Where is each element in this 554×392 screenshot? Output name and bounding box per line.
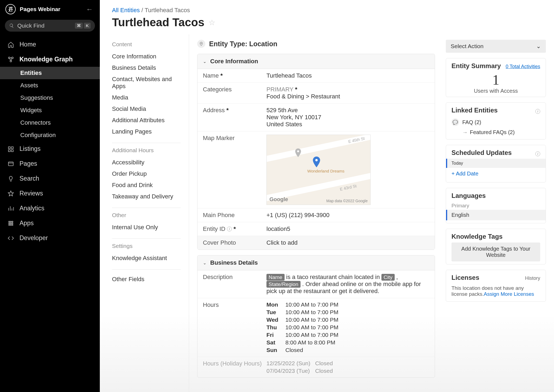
cnav-additional-attributes[interactable]: Additional Attributes <box>112 115 181 126</box>
licenses-history-link[interactable]: History <box>525 275 540 281</box>
favorite-star-icon[interactable]: ☆ <box>209 18 215 27</box>
bulb-icon <box>8 175 14 182</box>
cnav-social-media[interactable]: Social Media <box>112 103 181 115</box>
total-activities-link[interactable]: 0 Total Activities <box>506 64 540 69</box>
svg-point-19 <box>297 150 299 152</box>
linked-entities-card: Linked Entities i 💬 FAQ (2) Featured FAQ… <box>446 102 546 139</box>
sidebar-header: ye XT Pages Webinar ← <box>0 4 100 20</box>
chevron-down-icon: ⌄ <box>203 260 206 265</box>
svg-point-13 <box>12 223 13 224</box>
field-hours[interactable]: Hours Mon10:00 AM to 7:00 PMTue10:00 AM … <box>197 298 435 357</box>
breadcrumb: All Entities / Turtlehead Tacos <box>112 7 542 14</box>
cnav-media[interactable]: Media <box>112 92 181 103</box>
center-panel: Entity Type: Location ⌄ Core Information… <box>189 34 443 392</box>
home-icon <box>8 41 14 48</box>
nav-configuration[interactable]: Configuration <box>0 129 100 141</box>
entity-type-row: Entity Type: Location <box>197 40 435 48</box>
language-english[interactable]: English <box>446 210 546 220</box>
cnav-knowledge-assistant[interactable]: Knowledge Assistant <box>112 253 181 264</box>
main: All Entities / Turtlehead Tacos Turtlehe… <box>100 0 554 392</box>
business-details-card: ⌄ Business Details Description Name is a… <box>197 255 435 378</box>
map-preview[interactable]: E 45th St E 43rd St Wonderland Dreams Go… <box>266 135 371 205</box>
field-map-marker[interactable]: Map Marker E 45th St E 43rd St Wonderlan… <box>197 131 435 208</box>
users-count: 1 <box>446 72 546 88</box>
cnav-core-information[interactable]: Core Information <box>112 51 181 62</box>
pages-icon <box>8 161 14 167</box>
nav-listings[interactable]: Listings <box>0 141 100 156</box>
placeholder-pill-state: State/Region <box>266 281 301 288</box>
cnav-order-pickup[interactable]: Order Pickup <box>112 168 181 180</box>
page-title: Turtlehead Tacos <box>112 16 205 29</box>
chevron-down-icon: ⌄ <box>203 59 206 64</box>
nav-knowledge-graph[interactable]: Knowledge Graph <box>0 52 100 67</box>
add-date-link[interactable]: + Add Date <box>446 168 546 180</box>
cnav-other-fields[interactable]: Other Fields <box>112 274 181 285</box>
google-logo: Google <box>269 196 288 202</box>
nav-suggestions[interactable]: Suggestions <box>0 92 100 104</box>
workspace-name: Pages Webinar <box>20 6 60 12</box>
collapse-sidebar-icon[interactable]: ← <box>86 5 93 14</box>
nav-home[interactable]: Home <box>0 37 100 52</box>
nav-reviews[interactable]: Reviews <box>0 186 100 201</box>
assign-licenses-link[interactable]: Assign More Licenses <box>484 291 534 297</box>
cnav-business-details[interactable]: Business Details <box>112 62 181 74</box>
field-categories[interactable]: Categories PRIMARY * Food & Dining > Res… <box>197 83 435 104</box>
cnav-food-drink[interactable]: Food and Drink <box>112 180 181 191</box>
field-entity-id[interactable]: Entity IDi* location5 <box>197 222 435 236</box>
svg-point-14 <box>9 224 10 225</box>
breadcrumb-current: Turtlehead Tacos <box>145 7 190 14</box>
breadcrumb-root[interactable]: All Entities <box>112 7 140 14</box>
cnav-internal-use[interactable]: Internal Use Only <box>112 222 181 233</box>
quick-find[interactable]: Quick Find ⌘ K <box>5 20 95 32</box>
cnav-takeaway-delivery[interactable]: Takeaway and Delivery <box>112 191 181 202</box>
svg-point-15 <box>10 224 11 225</box>
location-pin-icon <box>197 40 205 48</box>
search-icon <box>9 23 14 28</box>
linked-featured-faqs[interactable]: Featured FAQs (2) <box>446 128 546 137</box>
svg-rect-7 <box>8 162 13 166</box>
nav-widgets[interactable]: Widgets <box>0 104 100 117</box>
field-holiday-hours[interactable]: Hours (Holiday Hours) 12/25/2022 (Sun)Cl… <box>197 357 435 377</box>
code-icon <box>8 235 14 241</box>
svg-point-12 <box>10 223 11 224</box>
nav-analytics[interactable]: Analytics <box>0 201 100 216</box>
cnav-contact[interactable]: Contact, Websites and Apps <box>112 74 181 92</box>
placeholder-pill-city: City <box>381 274 395 281</box>
svg-point-16 <box>12 224 13 225</box>
svg-rect-5 <box>8 150 10 152</box>
nav-entities[interactable]: Entities <box>0 67 100 79</box>
svg-point-9 <box>10 221 11 222</box>
nav-developer[interactable]: Developer <box>0 231 100 245</box>
field-description[interactable]: Description Name is a taco restaurant ch… <box>197 270 435 298</box>
scheduled-today[interactable]: Today <box>446 159 546 168</box>
add-knowledge-tags-button[interactable]: Add Knowledge Tags to Your Website <box>451 242 540 261</box>
content-section-label: Content <box>112 41 181 48</box>
business-card-header[interactable]: ⌄ Business Details <box>197 255 435 270</box>
field-address[interactable]: Address* 529 5th Ave New York, NY 10017 … <box>197 104 435 131</box>
apps-icon <box>8 220 14 227</box>
right-panel: Select Action ⌄ Entity Summary 0 Total A… <box>443 34 554 392</box>
cnav-landing-pages[interactable]: Landing Pages <box>112 126 181 137</box>
nav-search[interactable]: Search <box>0 171 100 186</box>
cnav-accessibility[interactable]: Accessibility <box>112 157 181 168</box>
svg-point-10 <box>12 221 13 222</box>
nav-assets[interactable]: Assets <box>0 79 100 92</box>
field-cover-photo[interactable]: Cover Photo Click to add <box>197 236 435 250</box>
nav-apps[interactable]: Apps <box>0 216 100 231</box>
info-icon[interactable]: i <box>227 227 232 231</box>
analytics-icon <box>8 205 14 212</box>
linked-faq[interactable]: 💬 FAQ (2) <box>446 116 546 128</box>
core-card-header[interactable]: ⌄ Core Information <box>197 54 435 69</box>
licenses-card: Licenses History This location does not … <box>446 270 546 302</box>
main-header: All Entities / Turtlehead Tacos Turtlehe… <box>100 0 554 34</box>
nav-pages[interactable]: Pages <box>0 156 100 171</box>
info-icon[interactable]: i <box>535 151 540 156</box>
svg-point-2 <box>10 60 12 62</box>
select-action-dropdown[interactable]: Select Action ⌄ <box>446 40 546 53</box>
field-name[interactable]: Name* Turtlehead Tacos <box>197 69 435 83</box>
field-main-phone[interactable]: Main Phone +1 (US) (212) 994-3900 <box>197 208 435 222</box>
settings-section-label: Settings <box>112 243 181 249</box>
faq-icon: 💬 <box>451 118 459 126</box>
info-icon[interactable]: i <box>535 109 540 114</box>
nav-connectors[interactable]: Connectors <box>0 117 100 129</box>
